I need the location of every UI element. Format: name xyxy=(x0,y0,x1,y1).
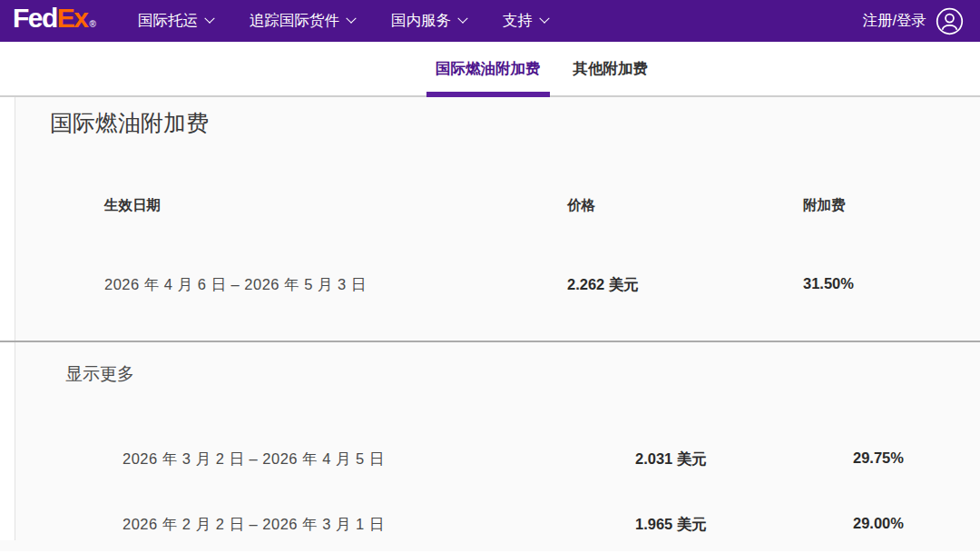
surcharge-table-header: 生效日期 价格 附加费 xyxy=(0,196,980,215)
navbar-right: 注册/登录 xyxy=(862,7,964,35)
content-panel: 国际燃油附加费 生效日期 价格 附加费 2026 年 4 月 6 日 – 202… xyxy=(0,97,980,551)
column-header-surcharge: 附加费 xyxy=(803,196,980,215)
register-login-link[interactable]: 注册/登录 xyxy=(862,11,926,31)
tab-other-surcharges[interactable]: 其他附加费 xyxy=(564,42,658,95)
effective-date-value: 2026 年 4 月 6 日 – 2026 年 5 月 3 日 xyxy=(104,275,567,295)
tab-label: 国际燃油附加费 xyxy=(436,59,541,79)
chevron-down-icon xyxy=(539,14,549,24)
chevron-down-icon xyxy=(204,14,214,24)
nav-item-label: 追踪国际货件 xyxy=(250,11,339,31)
fedex-logo[interactable]: FedEx® xyxy=(13,0,96,45)
logo-text-ex: Ex xyxy=(57,3,88,33)
price-value: 2.031 美元 xyxy=(635,449,853,469)
user-circle-icon[interactable] xyxy=(936,7,964,35)
nav-item-international-shipping[interactable]: 国际托运 xyxy=(138,11,213,31)
surcharge-value: 31.50% xyxy=(803,275,980,295)
column-header-effective-date: 生效日期 xyxy=(104,196,567,215)
chevron-down-icon xyxy=(457,14,467,24)
effective-date-value: 2026 年 2 月 2 日 – 2026 年 3 月 1 日 xyxy=(122,515,635,535)
logo-text-fed: Fed xyxy=(13,3,57,33)
section-divider xyxy=(0,341,980,342)
page-title: 国际燃油附加费 xyxy=(0,97,980,138)
nav-item-domestic-services[interactable]: 国内服务 xyxy=(391,11,466,31)
registered-trademark-icon: ® xyxy=(90,19,96,29)
top-navbar: FedEx® 国际托运 追踪国际货件 国内服务 支持 注册/登录 xyxy=(0,0,980,42)
main-navigation: 国际托运 追踪国际货件 国内服务 支持 xyxy=(138,11,548,31)
nav-item-track-international[interactable]: 追踪国际货件 xyxy=(250,11,355,31)
nav-item-label: 支持 xyxy=(503,11,533,31)
show-more-toggle[interactable]: 显示更多 xyxy=(0,362,134,386)
tabs: 国际燃油附加费 其他附加费 xyxy=(426,42,657,95)
effective-date-value: 2026 年 3 月 2 日 – 2026 年 4 月 5 日 xyxy=(122,449,635,469)
price-value: 2.262 美元 xyxy=(567,275,803,295)
table-row-history: 2026 年 3 月 2 日 – 2026 年 4 月 5 日 2.031 美元… xyxy=(0,449,980,469)
tab-international-fuel-surcharge[interactable]: 国际燃油附加费 xyxy=(426,42,550,95)
panel-left-border xyxy=(0,97,15,540)
surcharge-value: 29.75% xyxy=(853,449,980,469)
nav-item-support[interactable]: 支持 xyxy=(503,11,548,31)
chevron-down-icon xyxy=(346,14,356,24)
surcharge-tabstrip: 国际燃油附加费 其他附加费 xyxy=(0,42,980,97)
tab-label: 其他附加费 xyxy=(573,59,649,79)
table-row-current: 2026 年 4 月 6 日 – 2026 年 5 月 3 日 2.262 美元… xyxy=(0,275,980,295)
price-value: 1.965 美元 xyxy=(635,515,853,535)
nav-item-label: 国内服务 xyxy=(391,11,451,31)
surcharge-value: 29.00% xyxy=(853,515,980,535)
column-header-price: 价格 xyxy=(567,196,803,215)
nav-item-label: 国际托运 xyxy=(138,11,198,31)
table-row-history: 2026 年 2 月 2 日 – 2026 年 3 月 1 日 1.965 美元… xyxy=(0,515,980,535)
